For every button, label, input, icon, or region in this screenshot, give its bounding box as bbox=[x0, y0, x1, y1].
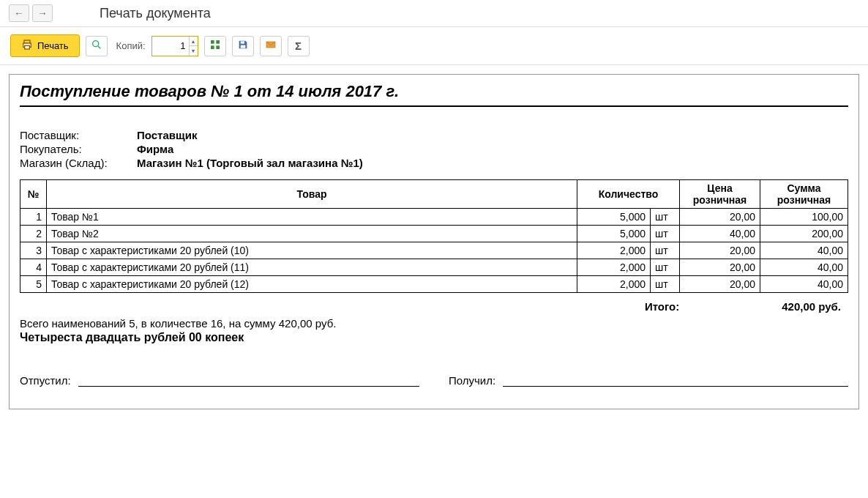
svg-point-3 bbox=[92, 41, 98, 47]
settings-button[interactable] bbox=[204, 36, 226, 56]
buyer-value: Фирма bbox=[137, 143, 173, 155]
received-signature-line bbox=[503, 374, 848, 387]
amount-words: Четыреста двадцать рублей 00 копеек bbox=[20, 331, 848, 344]
header-sum: Сумма розничная bbox=[760, 180, 848, 209]
cell-qty: 2,000 bbox=[577, 242, 651, 259]
cell-price: 20,00 bbox=[680, 242, 760, 259]
cell-price: 20,00 bbox=[680, 259, 760, 276]
table-row: 2Товар №25,000шт40,00200,00 bbox=[20, 226, 848, 242]
cell-unit: шт bbox=[651, 242, 680, 259]
cell-price: 40,00 bbox=[680, 226, 760, 242]
svg-rect-2 bbox=[25, 45, 30, 49]
print-button[interactable]: Печать bbox=[10, 34, 80, 57]
copies-down-button[interactable]: ▼ bbox=[189, 46, 198, 56]
cell-num: 5 bbox=[20, 276, 47, 293]
cell-sum: 100,00 bbox=[760, 209, 848, 226]
svg-rect-6 bbox=[216, 40, 220, 44]
svg-rect-8 bbox=[216, 45, 220, 49]
cell-unit: шт bbox=[651, 276, 680, 293]
cell-num: 1 bbox=[20, 209, 47, 226]
copies-input[interactable] bbox=[152, 37, 189, 56]
table-row: 5Товар с характеристиками 20 рублей (12)… bbox=[20, 276, 848, 293]
totals-label: Итого: bbox=[645, 300, 679, 313]
cell-qty: 5,000 bbox=[577, 209, 651, 226]
cell-qty: 5,000 bbox=[577, 226, 651, 242]
summary-text: Всего наименований 5, в количестве 16, н… bbox=[20, 317, 848, 330]
save-button[interactable] bbox=[232, 36, 254, 56]
totals-value: 420,00 руб. bbox=[782, 300, 841, 313]
received-label: Получил: bbox=[449, 374, 495, 387]
cell-sum: 40,00 bbox=[760, 242, 848, 259]
back-button[interactable]: ← bbox=[9, 4, 29, 22]
cell-name: Товар с характеристиками 20 рублей (11) bbox=[47, 259, 577, 276]
printer-icon bbox=[21, 39, 33, 53]
goods-table: № Товар Количество Цена розничная Сумма … bbox=[20, 179, 848, 293]
cell-name: Товар с характеристиками 20 рублей (10) bbox=[47, 242, 577, 259]
cell-num: 4 bbox=[20, 259, 47, 276]
sum-button[interactable]: Σ bbox=[288, 36, 310, 56]
cell-name: Товар №2 bbox=[47, 226, 577, 242]
supplier-label: Поставщик: bbox=[20, 129, 137, 141]
cell-unit: шт bbox=[651, 209, 680, 226]
cell-price: 20,00 bbox=[680, 209, 760, 226]
preview-button[interactable] bbox=[86, 36, 108, 56]
sigma-icon: Σ bbox=[295, 40, 302, 52]
cell-num: 3 bbox=[20, 242, 47, 259]
cell-qty: 2,000 bbox=[577, 259, 651, 276]
released-label: Отпустил: bbox=[20, 374, 71, 387]
cell-sum: 40,00 bbox=[760, 276, 848, 293]
page-title: Печать документа bbox=[100, 6, 211, 21]
floppy-icon bbox=[237, 39, 249, 53]
cell-sum: 40,00 bbox=[760, 259, 848, 276]
svg-rect-9 bbox=[240, 41, 244, 43]
cell-unit: шт bbox=[651, 226, 680, 242]
store-label: Магазин (Склад): bbox=[20, 157, 137, 169]
cell-sum: 200,00 bbox=[760, 226, 848, 242]
store-value: Магазин №1 (Торговый зал магазина №1) bbox=[137, 157, 363, 169]
svg-line-4 bbox=[98, 46, 100, 48]
copies-up-button[interactable]: ▲ bbox=[189, 37, 198, 46]
supplier-value: Поставщик bbox=[137, 129, 197, 141]
grid-icon bbox=[209, 39, 221, 53]
table-row: 1Товар №15,000шт20,00100,00 bbox=[20, 209, 848, 226]
email-button[interactable] bbox=[260, 36, 282, 56]
magnifier-icon bbox=[91, 39, 102, 53]
table-row: 4Товар с характеристиками 20 рублей (11)… bbox=[20, 259, 848, 276]
envelope-icon bbox=[265, 39, 277, 53]
buyer-label: Покупатель: bbox=[20, 143, 137, 155]
cell-price: 20,00 bbox=[680, 276, 760, 293]
header-num: № bbox=[20, 180, 47, 209]
document-preview: Поступление товаров № 1 от 14 июля 2017 … bbox=[9, 74, 859, 409]
svg-rect-7 bbox=[211, 45, 214, 49]
header-qty: Количество bbox=[577, 180, 680, 209]
document-title: Поступление товаров № 1 от 14 июля 2017 … bbox=[20, 82, 848, 107]
print-button-label: Печать bbox=[37, 40, 69, 51]
released-signature-line bbox=[78, 374, 419, 387]
cell-name: Товар №1 bbox=[47, 209, 577, 226]
cell-qty: 2,000 bbox=[577, 276, 651, 293]
header-name: Товар bbox=[47, 180, 577, 209]
cell-num: 2 bbox=[20, 226, 47, 242]
svg-rect-10 bbox=[240, 45, 245, 48]
header-price: Цена розничная bbox=[680, 180, 760, 209]
cell-unit: шт bbox=[651, 259, 680, 276]
copies-label: Копий: bbox=[116, 40, 146, 51]
forward-button[interactable]: → bbox=[32, 4, 53, 22]
svg-rect-5 bbox=[211, 40, 214, 44]
table-row: 3Товар с характеристиками 20 рублей (10)… bbox=[20, 242, 848, 259]
cell-name: Товар с характеристиками 20 рублей (12) bbox=[47, 276, 577, 293]
